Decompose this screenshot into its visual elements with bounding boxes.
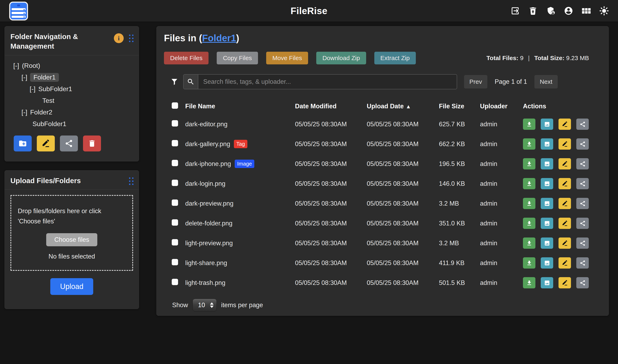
folder-name-label[interactable]: SubFolder1: [32, 120, 66, 128]
filerise-logo-icon[interactable]: [9, 2, 28, 20]
file-tag-badge[interactable]: Image: [235, 160, 254, 168]
download-button[interactable]: [523, 118, 535, 130]
folder-name-label[interactable]: Folder2: [30, 108, 52, 116]
apps-grid-icon[interactable]: [581, 6, 591, 16]
folder-tree-item[interactable]: [-] Folder2: [9, 106, 135, 118]
drag-handle-icon[interactable]: [129, 35, 133, 42]
edit-file-button[interactable]: [559, 118, 571, 130]
file-name[interactable]: dark-gallery.png: [185, 140, 230, 148]
col-file-name[interactable]: File Name: [185, 103, 295, 110]
info-icon[interactable]: i: [114, 33, 124, 43]
row-checkbox[interactable]: [172, 120, 178, 127]
filter-icon[interactable]: [170, 78, 179, 86]
search-icon[interactable]: [184, 75, 198, 89]
delete-folder-button[interactable]: [83, 135, 101, 151]
row-checkbox[interactable]: [172, 219, 178, 226]
file-tag-badge[interactable]: Tag: [234, 140, 247, 148]
current-folder-link[interactable]: Folder1: [202, 33, 236, 43]
share-file-button[interactable]: [576, 237, 589, 249]
download-zip-button[interactable]: Download Zip: [316, 52, 366, 64]
choose-files-button[interactable]: Choose files: [46, 233, 97, 246]
tree-toggle[interactable]: [-]: [13, 62, 19, 69]
light-mode-sun-icon[interactable]: [599, 6, 609, 16]
exit-icon[interactable]: [510, 6, 520, 16]
share-file-button[interactable]: [576, 257, 589, 269]
file-name[interactable]: dark-editor.png: [185, 121, 227, 128]
download-button[interactable]: [523, 198, 535, 209]
preview-image-button[interactable]: [541, 198, 553, 209]
tree-toggle[interactable]: [-]: [21, 108, 27, 116]
edit-file-button[interactable]: [559, 138, 571, 150]
share-file-button[interactable]: [576, 218, 589, 229]
upload-button[interactable]: Upload: [50, 278, 93, 295]
next-page-button[interactable]: Next: [534, 75, 558, 89]
create-folder-button[interactable]: [14, 135, 32, 151]
download-button[interactable]: [523, 178, 535, 189]
share-file-button[interactable]: [576, 178, 589, 189]
file-name[interactable]: delete-folder.png: [185, 220, 232, 227]
edit-file-button[interactable]: [559, 158, 571, 169]
folder-tree-item[interactable]: [-] Folder1: [9, 72, 135, 83]
folder-name-label[interactable]: Test: [42, 97, 54, 104]
col-date-modified[interactable]: Date Modified: [295, 103, 367, 110]
spinner-arrows-icon[interactable]: [210, 302, 214, 308]
share-file-button[interactable]: [576, 118, 589, 130]
download-button[interactable]: [523, 277, 535, 288]
extract-zip-button[interactable]: Extract Zip: [374, 52, 416, 64]
share-file-button[interactable]: [576, 158, 589, 169]
tree-toggle[interactable]: [-]: [30, 85, 35, 93]
row-checkbox[interactable]: [172, 160, 178, 166]
edit-file-button[interactable]: [559, 198, 571, 209]
file-name[interactable]: dark-login.png: [185, 180, 225, 187]
download-button[interactable]: [523, 257, 535, 269]
share-file-button[interactable]: [576, 198, 589, 209]
tree-toggle[interactable]: [-]: [21, 74, 27, 81]
col-file-size[interactable]: File Size: [439, 103, 480, 110]
preview-image-button[interactable]: [541, 218, 553, 229]
drag-handle-icon[interactable]: [129, 177, 133, 185]
preview-image-button[interactable]: [541, 138, 553, 150]
rename-folder-button[interactable]: [37, 135, 55, 151]
file-name[interactable]: light-trash.png: [185, 279, 225, 286]
row-checkbox[interactable]: [172, 279, 178, 285]
share-folder-button[interactable]: [60, 135, 78, 151]
folder-tree-item[interactable]: [-] SubFolder1: [9, 83, 135, 95]
file-dropzone[interactable]: Drop files/folders here or click 'Choose…: [10, 195, 133, 271]
preview-image-button[interactable]: [541, 277, 553, 288]
file-name[interactable]: dark-iphone.png: [185, 160, 231, 168]
row-checkbox[interactable]: [172, 199, 178, 206]
file-name[interactable]: dark-preview.png: [185, 200, 234, 207]
edit-file-button[interactable]: [559, 277, 571, 288]
row-checkbox[interactable]: [172, 140, 178, 146]
edit-file-button[interactable]: [559, 257, 571, 269]
select-all-checkbox[interactable]: [172, 102, 178, 109]
folder-tree-item[interactable]: [-] (Root): [9, 60, 135, 72]
download-button[interactable]: [523, 237, 535, 249]
folder-name-label[interactable]: SubFolder1: [38, 85, 72, 93]
preview-image-button[interactable]: [541, 118, 553, 130]
col-upload-date[interactable]: Upload Date▲: [367, 103, 439, 110]
download-button[interactable]: [523, 218, 535, 229]
preview-image-button[interactable]: [541, 237, 553, 249]
file-name[interactable]: light-share.png: [185, 259, 227, 267]
folder-name-label[interactable]: Folder1: [30, 73, 59, 82]
preview-image-button[interactable]: [541, 158, 553, 169]
user-account-icon[interactable]: [564, 6, 573, 16]
file-name[interactable]: light-preview.png: [185, 240, 233, 247]
copy-files-button[interactable]: Copy Files: [217, 52, 258, 64]
trash-restore-icon[interactable]: [528, 6, 538, 16]
prev-page-button[interactable]: Prev: [464, 75, 487, 89]
sort-ascending-icon[interactable]: ▲: [406, 104, 411, 110]
edit-file-button[interactable]: [559, 218, 571, 229]
items-per-page-select[interactable]: 10: [193, 299, 217, 312]
share-file-button[interactable]: [576, 138, 589, 150]
col-uploader[interactable]: Uploader: [480, 103, 523, 110]
row-checkbox[interactable]: [172, 180, 178, 186]
row-checkbox[interactable]: [172, 259, 178, 265]
download-button[interactable]: [523, 138, 535, 150]
preview-image-button[interactable]: [541, 178, 553, 189]
admin-shield-icon[interactable]: [546, 6, 556, 16]
preview-image-button[interactable]: [541, 257, 553, 269]
edit-file-button[interactable]: [559, 178, 571, 189]
folder-tree-item[interactable]: SubFolder1: [9, 118, 135, 130]
